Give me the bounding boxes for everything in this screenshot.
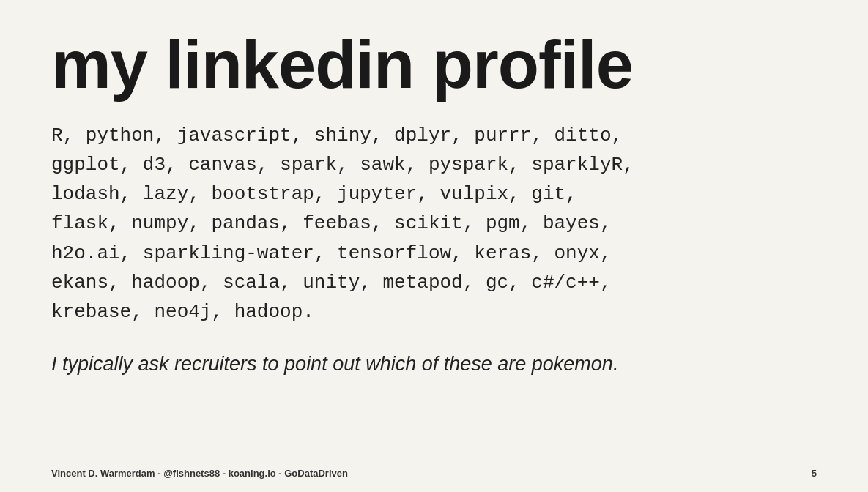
skills-list: R, python, javascript, shiny, dplyr, pur… <box>51 121 817 327</box>
slide-footer: Vincent D. Warmerdam - @fishnets88 - koa… <box>51 468 817 479</box>
slide: my linkedin profile R, python, javascrip… <box>0 0 868 492</box>
footer-author: Vincent D. Warmerdam - @fishnets88 - koa… <box>51 468 348 479</box>
slide-title: my linkedin profile <box>51 29 817 100</box>
tagline: I typically ask recruiters to point out … <box>51 351 817 379</box>
footer-page-number: 5 <box>812 468 817 479</box>
